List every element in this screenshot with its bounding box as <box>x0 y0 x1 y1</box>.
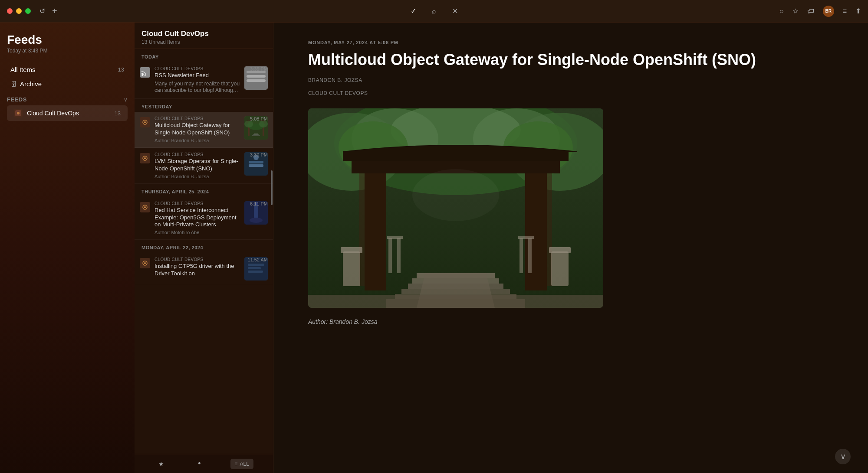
svg-rect-19 <box>254 134 258 134</box>
feed-item-time-lvm: 3:30 PM <box>250 152 268 157</box>
sidebar-header: Feeds Today at 3:43 PM <box>0 29 135 55</box>
feed-item-author-rhsi: Author: Motohiro Abe <box>155 230 240 235</box>
all-items-label: All Items <box>10 66 118 73</box>
feed-item-time-multicloud: 5:08 PM <box>250 116 268 121</box>
svg-rect-27 <box>249 164 263 167</box>
sidebar-item-archive[interactable]: 🗄 Archive <box>3 77 131 91</box>
feeds-section-title: Feeds <box>7 96 124 103</box>
svg-point-18 <box>259 121 268 127</box>
feeds-section-header[interactable]: Feeds ∨ <box>0 91 135 105</box>
svg-point-75 <box>412 169 499 221</box>
svg-rect-20 <box>253 134 259 135</box>
svg-rect-70 <box>397 238 401 273</box>
sidebar-item-cloud-cult[interactable]: Cloud Cult DevOps 13 <box>7 105 128 121</box>
feed-item-content-rhsi: CLOUD CULT DEVOPS Red Hat Service Interc… <box>155 201 240 235</box>
feed-item-title-multicloud: Multicloud Object Gateway for Single-Nod… <box>155 122 240 137</box>
svg-point-10 <box>144 121 146 123</box>
scrollbar-thumb[interactable] <box>271 170 273 205</box>
svg-rect-21 <box>252 135 260 136</box>
checkmark-icon[interactable]: ✓ <box>408 6 418 16</box>
titlebar-right-actions: ○ ☆ 🏷 BR ≡ ⬆ <box>779 6 861 17</box>
tag-icon[interactable]: 🏷 <box>807 7 814 15</box>
svg-rect-68 <box>308 295 603 308</box>
titlebar-center-actions: ✓ ⌕ ✕ <box>408 6 460 16</box>
article-title: Multicloud Object Gateway for Single-Nod… <box>308 50 833 69</box>
star-icon[interactable]: ☆ <box>792 7 799 15</box>
fullscreen-button[interactable] <box>25 8 31 14</box>
scroll-down-button[interactable]: ∨ <box>835 449 851 464</box>
feed-item-source-gtp5g: CLOUD CULT DEVOPS <box>155 257 240 262</box>
svg-rect-33 <box>254 205 258 218</box>
close-button[interactable] <box>7 8 13 14</box>
sidebar-item-all-items[interactable]: All Items 13 <box>3 62 131 77</box>
feed-item-icon-gtp5g <box>140 258 150 268</box>
feed-item-icon-rhsi <box>140 202 150 212</box>
feed-item-title-rhsi: Red Hat Service Interconnect Example: Op… <box>155 207 240 229</box>
menu-icon[interactable]: ≡ <box>843 7 847 15</box>
cloud-cult-feed-label: Cloud Cult DevOps <box>27 110 115 117</box>
feed-item-content-multicloud: CLOUD CULT DEVOPS Multicloud Object Gate… <box>155 116 240 143</box>
article-date: MONDAY, MAY 27, 2024 AT 5:08 PM <box>308 40 833 45</box>
titlebar: ↺ + ✓ ⌕ ✕ ○ ☆ 🏷 BR ≡ ⬆ <box>0 0 868 23</box>
svg-rect-42 <box>248 271 263 273</box>
svg-point-31 <box>144 206 146 208</box>
svg-rect-72 <box>519 238 523 273</box>
dot-filter-button[interactable]: • <box>194 457 205 470</box>
feed-item-rhsi[interactable]: CLOUD CULT DEVOPS Red Hat Service Interc… <box>135 197 273 240</box>
article-byline-source: CLOUD CULT DEVOPS <box>308 89 833 98</box>
feed-item-content-gtp5g: CLOUD CULT DEVOPS Installing GTP5G drive… <box>155 257 240 279</box>
app-subtitle: Today at 3:43 PM <box>7 48 128 54</box>
svg-rect-41 <box>248 267 261 269</box>
article-caption: Author: Brandon B. Jozsa <box>308 318 833 325</box>
svg-rect-6 <box>247 79 266 82</box>
feed-item-rss[interactable]: CLOUD CULT DEVOPS RSS Newsletter Feed Ma… <box>135 62 273 99</box>
star-filter-button[interactable]: ★ <box>154 458 168 470</box>
feed-item-icon-rss <box>140 67 150 78</box>
archive-label: Archive <box>20 80 124 88</box>
all-items-count: 13 <box>118 66 124 73</box>
circle-icon[interactable]: ○ <box>779 7 784 15</box>
feed-item-time-gtp5g: 11:52 AM <box>248 257 268 262</box>
svg-point-35 <box>250 218 263 223</box>
avatar[interactable]: BR <box>823 6 834 17</box>
svg-point-17 <box>244 121 253 127</box>
refresh-icon[interactable]: ↺ <box>39 7 45 15</box>
article-image <box>308 108 603 308</box>
feed-item-title-rss: RSS Newsletter Feed <box>155 72 240 79</box>
feed-list-title: Cloud Cult DevOps <box>141 29 266 38</box>
feed-item-time-rss: 3:35 PM <box>250 66 268 72</box>
cloud-cult-feed-count: 13 <box>115 110 121 117</box>
cloud-cult-feed-icon <box>14 109 23 117</box>
star-filter-icon: ★ <box>158 460 164 467</box>
feed-list-toolbar: ★ • ≡ ALL <box>135 454 273 473</box>
all-filter-label: ALL <box>240 461 249 467</box>
feed-item-desc-rss: Many of you may not realize that you can… <box>155 81 240 94</box>
feed-item-icon-multicloud <box>140 117 150 127</box>
close-icon[interactable]: ✕ <box>450 6 460 16</box>
feed-item-icon-lvm <box>140 153 150 163</box>
feed-list-scroll[interactable]: TODAY CLOUD CULT DEVOPS RSS Newsletter F… <box>135 49 273 454</box>
svg-point-24 <box>144 157 146 159</box>
feed-item-content-lvm: CLOUD CULT DEVOPS LVM Storage Operator f… <box>155 152 240 179</box>
all-filter-button[interactable]: ≡ ALL <box>230 459 253 469</box>
svg-rect-52 <box>365 169 386 290</box>
feed-item-title-lvm: LVM Storage Operator for Single-Node Ope… <box>155 158 240 173</box>
minimize-button[interactable] <box>16 8 22 14</box>
feed-item-lvm[interactable]: CLOUD CULT DEVOPS LVM Storage Operator f… <box>135 148 273 184</box>
search-icon[interactable]: ⌕ <box>429 6 439 16</box>
sidebar-nav: All Items 13 🗄 Archive <box>0 62 135 91</box>
feed-item-content-rss: CLOUD CULT DEVOPS RSS Newsletter Feed Ma… <box>155 66 240 94</box>
add-icon[interactable]: + <box>52 6 57 16</box>
article-content[interactable]: MONDAY, MAY 27, 2024 AT 5:08 PM Multiclo… <box>273 23 868 473</box>
feed-item-gtp5g[interactable]: CLOUD CULT DEVOPS Installing GTP5G drive… <box>135 253 273 285</box>
group-label-today: TODAY <box>135 49 273 62</box>
feed-item-multicloud[interactable]: CLOUD CULT DEVOPS Multicloud Object Gate… <box>135 112 273 148</box>
svg-rect-73 <box>528 238 532 273</box>
svg-rect-58 <box>343 251 360 286</box>
feed-item-title-gtp5g: Installing GTP5G driver with the Driver … <box>155 263 240 277</box>
share-icon[interactable]: ⬆ <box>855 7 861 15</box>
svg-rect-26 <box>249 161 263 163</box>
feed-list-panel: Cloud Cult DevOps 13 Unread Items TODAY … <box>135 23 273 473</box>
svg-point-1 <box>17 112 20 114</box>
svg-rect-60 <box>551 251 569 286</box>
